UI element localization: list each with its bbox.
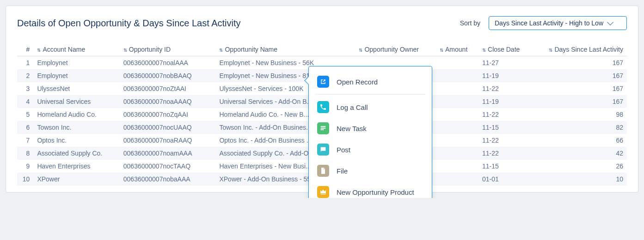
cell-index: 2 (17, 69, 33, 82)
cell-close-date: 01-01 (478, 173, 530, 186)
menu-label: New Opportunity Product (337, 188, 414, 196)
phone-icon (317, 101, 329, 113)
menu-log-call[interactable]: Log a Call (309, 96, 432, 118)
cell-close-date: 11-15 (478, 160, 530, 173)
sort-icon: ⇅ (37, 48, 41, 53)
crown-icon (317, 186, 329, 198)
cell-amount (436, 160, 478, 173)
cell-amount (436, 95, 478, 108)
col-days-since-last-activity[interactable]: ⇅Days Since Last Activity (530, 43, 627, 56)
row-context-menu: Open Record Log a Call New Task Post Fi (308, 66, 432, 198)
cell-account: Associated Supply Co. (33, 147, 119, 160)
menu-divider (315, 94, 425, 95)
sort-selected-value: Days Since Last Activity - High to Low (495, 19, 603, 27)
cell-amount (436, 56, 478, 70)
cell-amount (436, 121, 478, 134)
col-opportunity-owner[interactable]: ⇅Opportunity Owner (355, 43, 436, 56)
menu-new-task[interactable]: New Task (309, 118, 432, 139)
cell-amount (436, 173, 478, 186)
cell-close-date: 11-19 (478, 69, 530, 82)
cell-account: XPower (33, 173, 119, 186)
cell-opportunity-id: 00636000007noaAAAQ (120, 95, 216, 108)
cell-close-date: 11-27 (478, 56, 530, 70)
cell-amount (436, 147, 478, 160)
menu-label: Post (337, 146, 350, 154)
open-record-icon (317, 76, 329, 88)
menu-label: New Task (337, 125, 367, 132)
col-close-date[interactable]: ⇅Close Date (478, 43, 530, 56)
cell-opportunity-id: 00636000007nobBAAQ (120, 69, 216, 82)
sort-icon: ⇅ (219, 48, 223, 53)
task-icon (317, 122, 329, 134)
cell-days: 98 (530, 108, 627, 121)
cell-opportunity-id: 00636000007noamAAA (120, 147, 216, 160)
cell-index: 6 (17, 121, 33, 134)
cell-close-date: 11-19 (478, 95, 530, 108)
cell-close-date: 11-22 (478, 134, 530, 147)
cell-index: 10 (17, 173, 33, 186)
cell-amount (436, 82, 478, 95)
header-row: Details of Open Opportunity & Days Since… (17, 16, 627, 30)
menu-label: File (337, 167, 348, 175)
cell-days: 167 (530, 56, 627, 70)
cell-opportunity-id: 00636000007noaRAAQ (120, 134, 216, 147)
cell-account: Employnet (33, 69, 119, 82)
cell-index: 7 (17, 134, 33, 147)
sort-icon: ⇅ (482, 48, 486, 53)
cell-opportunity-id: 00636000007noZtAAI (120, 82, 216, 95)
cell-index: 1 (17, 56, 33, 70)
col-opportunity-id[interactable]: ⇅Opportunity ID (120, 43, 216, 56)
file-icon (317, 165, 329, 177)
cell-account: Employnet (33, 56, 119, 70)
sort-icon: ⇅ (549, 48, 552, 53)
cell-index: 5 (17, 108, 33, 121)
cell-opportunity-id: 00636000007nocUAAQ (120, 121, 216, 134)
page-title: Details of Open Opportunity & Days Since… (17, 18, 241, 29)
post-icon (317, 144, 329, 156)
cell-account: UlyssesNet (33, 82, 119, 95)
cell-close-date: 11-22 (478, 82, 530, 95)
cell-amount (436, 134, 478, 147)
cell-account: Homeland Audio Co. (33, 108, 119, 121)
col-index[interactable]: # (17, 43, 33, 56)
cell-index: 4 (17, 95, 33, 108)
cell-opportunity-id: 00636000007nocTAAQ (120, 160, 216, 173)
table-header-row: # ⇅Account Name ⇅Opportunity ID ⇅Opportu… (17, 43, 627, 56)
cell-days: 66 (530, 134, 627, 147)
sort-icon: ⇅ (123, 48, 127, 53)
col-account-name[interactable]: ⇅Account Name (33, 43, 119, 56)
sort-area: Sort by Days Since Last Activity - High … (460, 16, 627, 30)
sort-icon: ⇅ (359, 48, 362, 53)
menu-label: Log a Call (337, 103, 368, 111)
sort-icon: ⇅ (440, 48, 443, 53)
report-card: Details of Open Opportunity & Days Since… (6, 6, 638, 192)
cell-close-date: 11-15 (478, 121, 530, 134)
chevron-down-icon (607, 19, 613, 25)
menu-post[interactable]: Post (309, 139, 432, 160)
col-opportunity-name[interactable]: ⇅Opportunity Name (215, 43, 355, 56)
cell-days: 167 (530, 95, 627, 108)
cell-amount (436, 69, 478, 82)
cell-account: Universal Services (33, 95, 119, 108)
cell-days: 10 (530, 173, 627, 186)
cell-opportunity-id: 00636000007nobaAAA (120, 173, 216, 186)
menu-open-record[interactable]: Open Record (309, 71, 432, 92)
cell-amount (436, 108, 478, 121)
cell-days: 167 (530, 82, 627, 95)
cell-days: 167 (530, 69, 627, 82)
cell-days: 26 (530, 160, 627, 173)
sort-by-label: Sort by (460, 19, 480, 27)
col-amount[interactable]: ⇅Amount (436, 43, 478, 56)
cell-opportunity-id: 00636000007noZqAAI (120, 108, 216, 121)
sort-select[interactable]: Days Since Last Activity - High to Low (489, 16, 627, 30)
cell-days: 82 (530, 121, 627, 134)
cell-close-date: 11-22 (478, 147, 530, 160)
menu-new-opportunity-product[interactable]: New Opportunity Product (309, 181, 432, 198)
cell-index: 9 (17, 160, 33, 173)
cell-close-date: 11-22 (478, 108, 530, 121)
cell-index: 3 (17, 82, 33, 95)
cell-account: Optos Inc. (33, 134, 119, 147)
menu-file[interactable]: File (309, 160, 432, 181)
menu-label: Open Record (337, 78, 378, 86)
cell-index: 8 (17, 147, 33, 160)
